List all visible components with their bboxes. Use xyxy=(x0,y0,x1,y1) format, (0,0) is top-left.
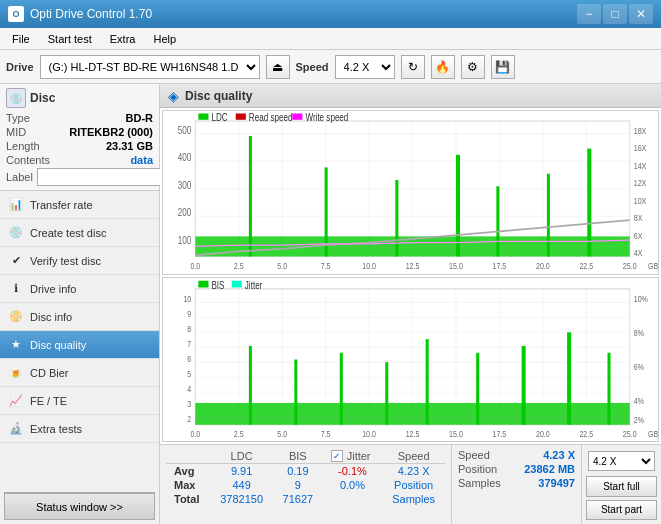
svg-text:2.5: 2.5 xyxy=(234,261,244,271)
label-row: Label 🔍 xyxy=(6,168,153,186)
speed-dropdown-area: 4.2 X6 X8 XMAX xyxy=(586,449,657,473)
disc-contents-row: Contents data xyxy=(6,154,153,166)
svg-text:GB: GB xyxy=(648,428,658,439)
svg-text:5.0: 5.0 xyxy=(277,428,287,439)
drive-select[interactable]: (G:) HL-DT-ST BD-RE WH16NS48 1.D3 xyxy=(40,55,260,79)
max-label: Max xyxy=(166,478,210,492)
speed-stat-value: 4.23 X xyxy=(543,449,575,461)
sidebar-item-transfer-rate[interactable]: 📊 Transfer rate xyxy=(0,191,159,219)
settings-button[interactable]: ⚙ xyxy=(461,55,485,79)
svg-text:17.5: 17.5 xyxy=(493,428,507,439)
svg-rect-42 xyxy=(587,149,591,257)
chart-bis: BIS Jitter 10 9 8 7 6 5 4 3 2 10% 8% xyxy=(162,277,659,442)
stats-header-row: LDC BIS ✓ Jitter Speed xyxy=(166,449,445,464)
type-label: Type xyxy=(6,112,30,124)
title-bar: O Opti Drive Control 1.70 − □ ✕ xyxy=(0,0,661,28)
svg-text:9: 9 xyxy=(187,308,191,319)
sidebar-item-fe-te[interactable]: 📈 FE / TE xyxy=(0,387,159,415)
sidebar-item-disc-quality[interactable]: ★ Disc quality xyxy=(0,331,159,359)
svg-rect-100 xyxy=(607,353,610,425)
minimize-button[interactable]: − xyxy=(577,4,601,24)
jitter-section: ✓ Jitter xyxy=(331,450,375,462)
mid-label: MID xyxy=(6,126,26,138)
svg-text:4X: 4X xyxy=(634,249,643,259)
menu-help[interactable]: Help xyxy=(145,31,184,47)
svg-rect-59 xyxy=(232,281,242,288)
svg-rect-40 xyxy=(496,186,499,256)
avg-label: Avg xyxy=(166,464,210,479)
svg-text:15.0: 15.0 xyxy=(449,261,463,271)
drive-label: Drive xyxy=(6,61,34,73)
speed-select[interactable]: 4.2 X xyxy=(335,55,395,79)
svg-text:3: 3 xyxy=(187,398,191,409)
length-label: Length xyxy=(6,140,40,152)
sidebar-item-create-test-disc[interactable]: 💿 Create test disc xyxy=(0,219,159,247)
svg-text:200: 200 xyxy=(178,208,191,219)
svg-text:4: 4 xyxy=(187,383,191,394)
speed-select-small[interactable]: 4.2 X6 X8 XMAX xyxy=(588,451,655,471)
refresh-button[interactable]: ↻ xyxy=(401,55,425,79)
stats-max-row: Max 449 9 0.0% Position xyxy=(166,478,445,492)
stats-table: LDC BIS ✓ Jitter Speed xyxy=(166,449,445,506)
sidebar-label-verify-test-disc: Verify test disc xyxy=(30,255,101,267)
jitter-checkbox[interactable]: ✓ xyxy=(331,450,343,462)
disc-panel: 💿 Disc Type BD-R MID RITEKBR2 (000) Leng… xyxy=(0,84,159,191)
menu-file[interactable]: File xyxy=(4,31,38,47)
sidebar-label-create-test-disc: Create test disc xyxy=(30,227,106,239)
save-button[interactable]: 💾 xyxy=(491,55,515,79)
svg-rect-38 xyxy=(395,180,398,256)
buttons-area: 4.2 X6 X8 XMAX Start full Start part xyxy=(581,445,661,524)
svg-text:25.0: 25.0 xyxy=(623,261,637,271)
burn-button[interactable]: 🔥 xyxy=(431,55,455,79)
svg-text:6X: 6X xyxy=(634,231,643,241)
create-test-disc-icon: 💿 xyxy=(8,225,24,241)
max-jitter: 0.0% xyxy=(323,478,383,492)
mid-value: RITEKBR2 (000) xyxy=(69,126,153,138)
eject-button[interactable]: ⏏ xyxy=(266,55,290,79)
close-button[interactable]: ✕ xyxy=(629,4,653,24)
sidebar-item-disc-info[interactable]: 📀 Disc info xyxy=(0,303,159,331)
speed-stat-row: Speed 4.23 X xyxy=(458,449,575,461)
start-full-button[interactable]: Start full xyxy=(586,476,657,497)
maximize-button[interactable]: □ xyxy=(603,4,627,24)
svg-text:22.5: 22.5 xyxy=(579,428,593,439)
svg-text:7.5: 7.5 xyxy=(321,428,331,439)
disc-info-icon: 📀 xyxy=(8,309,24,325)
samples-value: 379497 xyxy=(538,477,575,489)
svg-text:Write speed: Write speed xyxy=(305,112,348,123)
svg-rect-41 xyxy=(547,174,550,257)
status-window-button[interactable]: Status window >> xyxy=(4,492,155,520)
menu-extra[interactable]: Extra xyxy=(102,31,144,47)
disc-quality-icon: ★ xyxy=(8,337,24,353)
label-input[interactable] xyxy=(37,168,170,186)
start-part-button[interactable]: Start part xyxy=(586,500,657,521)
sidebar-item-extra-tests[interactable]: 🔬 Extra tests xyxy=(0,415,159,443)
total-jitter xyxy=(323,492,383,506)
svg-text:7: 7 xyxy=(187,338,191,349)
stats-table-area: LDC BIS ✓ Jitter Speed xyxy=(160,445,451,524)
max-ldc: 449 xyxy=(210,478,273,492)
fe-te-icon: 📈 xyxy=(8,393,24,409)
sidebar-item-drive-info[interactable]: ℹ Drive info xyxy=(0,275,159,303)
menu-start-test[interactable]: Start test xyxy=(40,31,100,47)
svg-rect-6 xyxy=(292,114,302,120)
sidebar-label-fe-te: FE / TE xyxy=(30,395,67,407)
charts-area: LDC Read speed Write speed 500 400 300 2… xyxy=(160,108,661,444)
svg-text:2%: 2% xyxy=(634,414,645,425)
disc-type-row: Type BD-R xyxy=(6,112,153,124)
disc-header: 💿 Disc xyxy=(6,88,153,108)
svg-text:0.0: 0.0 xyxy=(190,261,200,271)
svg-text:25.0: 25.0 xyxy=(623,428,637,439)
svg-text:14X: 14X xyxy=(634,161,647,171)
menu-bar: File Start test Extra Help xyxy=(0,28,661,50)
position-value: 23862 MB xyxy=(524,463,575,475)
stats-th-speed: Speed xyxy=(382,449,445,464)
sidebar-item-cd-bier[interactable]: 🍺 CD Bier xyxy=(0,359,159,387)
svg-text:2.5: 2.5 xyxy=(234,428,244,439)
sidebar-label-cd-bier: CD Bier xyxy=(30,367,69,379)
svg-rect-91 xyxy=(195,403,629,425)
speed-stat-label: Speed xyxy=(458,449,490,461)
svg-text:10.0: 10.0 xyxy=(362,428,376,439)
sidebar-item-verify-test-disc[interactable]: ✔ Verify test disc xyxy=(0,247,159,275)
sidebar-label-transfer-rate: Transfer rate xyxy=(30,199,93,211)
